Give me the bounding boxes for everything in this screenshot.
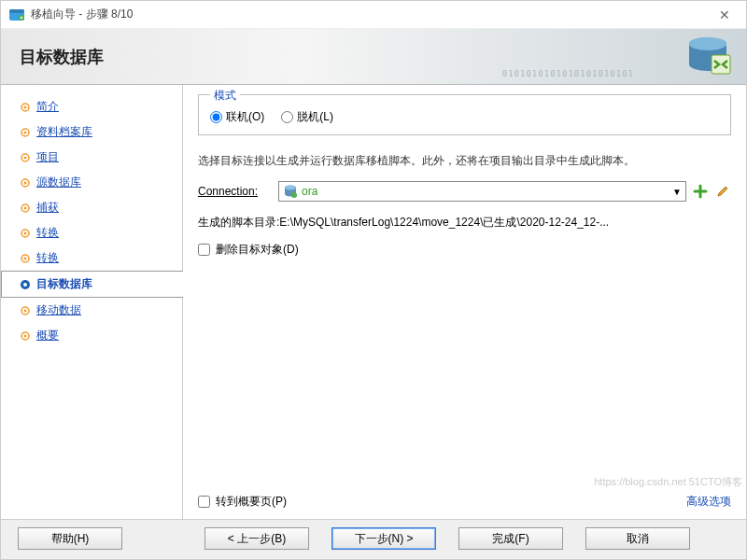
- step-bullet-icon: [20, 305, 31, 316]
- current-step-icon: [20, 279, 31, 290]
- svg-point-13: [24, 181, 27, 184]
- app-icon: [8, 7, 25, 23]
- sidebar-item-6[interactable]: 转换: [1, 245, 182, 271]
- svg-point-28: [291, 192, 297, 198]
- mode-offline-radio[interactable]: 脱机(L): [281, 109, 333, 125]
- dropdown-arrow-icon: ▼: [672, 187, 682, 197]
- delete-target-checkbox[interactable]: 删除目标对象(D): [198, 242, 731, 258]
- window-title: 移植向导 - 步骤 8/10: [31, 7, 711, 22]
- main-panel: 模式 联机(O) 脱机(L) 选择目标连接以生成并运行数据库移植脚本。此外，还将…: [183, 85, 746, 519]
- delete-target-label: 删除目标对象(D): [216, 242, 299, 258]
- sidebar: 简介资料档案库项目源数据库捕获 转换转换目标数据库移动数据概要: [1, 85, 183, 519]
- svg-point-27: [285, 186, 296, 190]
- sidebar-item-label: 源数据库: [36, 175, 81, 190]
- titlebar: 移植向导 - 步骤 8/10 ✕: [1, 1, 746, 29]
- close-button[interactable]: ✕: [711, 7, 739, 22]
- delete-target-input[interactable]: [198, 244, 210, 256]
- connection-value: ora: [302, 185, 317, 198]
- svg-point-9: [24, 131, 27, 133]
- svg-rect-1: [9, 9, 24, 13]
- step-bullet-icon: [20, 152, 31, 163]
- connection-row: Connection: ora ▼: [198, 181, 731, 202]
- mode-online-label: 联机(O): [226, 109, 264, 125]
- step-bullet-icon: [20, 102, 31, 113]
- svg-point-21: [23, 283, 27, 287]
- svg-point-4: [689, 37, 726, 50]
- svg-point-15: [24, 206, 27, 209]
- step-bullet-icon: [20, 330, 31, 342]
- mode-legend: 模式: [210, 88, 240, 104]
- svg-point-11: [24, 156, 27, 159]
- connection-label: Connection:: [198, 185, 273, 198]
- cancel-button[interactable]: 取消: [585, 527, 690, 550]
- database-small-icon: [283, 184, 298, 199]
- finish-button[interactable]: 完成(F): [458, 527, 563, 550]
- sidebar-item-5[interactable]: 转换: [1, 220, 182, 245]
- sidebar-item-3[interactable]: 源数据库: [1, 170, 182, 195]
- sidebar-item-label: 简介: [36, 99, 59, 115]
- sidebar-item-label: 转换: [36, 250, 59, 266]
- sidebar-item-9[interactable]: 概要: [1, 323, 182, 348]
- step-bullet-icon: [20, 228, 31, 239]
- script-dir-label: 生成的脚本目录:: [198, 216, 279, 229]
- svg-point-23: [24, 309, 27, 312]
- mode-online-radio[interactable]: 联机(O): [210, 109, 264, 125]
- add-connection-button[interactable]: [692, 183, 709, 200]
- goto-summary-label: 转到概要页(P): [216, 494, 287, 510]
- wizard-window: 移植向导 - 步骤 8/10 ✕ 目标数据库 01010101010101010…: [0, 0, 747, 560]
- sidebar-item-label: 概要: [36, 328, 59, 343]
- sidebar-item-label: 目标数据库: [36, 276, 92, 292]
- mode-offline-label: 脱机(L): [297, 109, 333, 125]
- svg-point-19: [24, 257, 27, 259]
- next-button[interactable]: 下一步(N) >: [331, 527, 436, 550]
- advanced-options-link[interactable]: 高级选项: [686, 494, 731, 510]
- sidebar-item-label: 项目: [36, 149, 59, 165]
- description-text: 选择目标连接以生成并运行数据库移植脚本。此外，还将在项目输出目录中生成此脚本。: [198, 152, 731, 170]
- script-dir-row: 生成的脚本目录:E:\MySQL\transferLog\1224\move_1…: [198, 215, 731, 231]
- step-bullet-icon: [20, 253, 31, 264]
- mode-online-input[interactable]: [210, 111, 222, 123]
- svg-point-7: [24, 105, 27, 108]
- mode-group: 模式 联机(O) 脱机(L): [198, 94, 731, 135]
- sidebar-item-label: 资料档案库: [36, 124, 92, 140]
- decor-binary: 0101010101010101010101: [502, 69, 634, 78]
- wizard-body: 简介资料档案库项目源数据库捕获 转换转换目标数据库移动数据概要 模式 联机(O)…: [1, 85, 746, 519]
- sidebar-item-label: 捕获: [36, 200, 59, 216]
- database-icon: [684, 35, 732, 82]
- help-button[interactable]: 帮助(H): [18, 527, 122, 550]
- sidebar-item-label: 转换: [36, 225, 59, 241]
- step-bullet-icon: [20, 177, 31, 189]
- button-bar: 帮助(H) < 上一步(B) 下一步(N) > 完成(F) 取消: [1, 519, 746, 559]
- connection-dropdown[interactable]: ora ▼: [278, 181, 686, 202]
- sidebar-item-0[interactable]: 简介: [1, 94, 182, 119]
- sidebar-item-1[interactable]: 资料档案库: [1, 119, 182, 145]
- goto-summary-checkbox[interactable]: 转到概要页(P): [198, 494, 287, 510]
- step-bullet-icon: [20, 127, 31, 138]
- page-title: 目标数据库: [20, 46, 104, 68]
- bottom-options: 转到概要页(P) 高级选项: [198, 486, 731, 510]
- sidebar-item-8[interactable]: 移动数据: [1, 298, 182, 323]
- edit-connection-button[interactable]: [714, 183, 731, 200]
- sidebar-item-2[interactable]: 项目: [1, 145, 182, 170]
- sidebar-item-4[interactable]: 捕获: [1, 195, 182, 220]
- mode-offline-input[interactable]: [281, 111, 293, 123]
- svg-point-17: [24, 231, 27, 234]
- header-banner: 目标数据库 0101010101010101010101: [1, 29, 746, 85]
- sidebar-item-7[interactable]: 目标数据库: [1, 271, 183, 298]
- step-bullet-icon: [20, 203, 31, 214]
- sidebar-item-label: 移动数据: [36, 302, 81, 318]
- goto-summary-input[interactable]: [198, 496, 210, 508]
- back-button[interactable]: < 上一步(B): [204, 527, 309, 550]
- script-dir-path: E:\MySQL\transferLog\1224\move_1224\已生成\…: [279, 216, 609, 229]
- svg-point-25: [24, 334, 27, 337]
